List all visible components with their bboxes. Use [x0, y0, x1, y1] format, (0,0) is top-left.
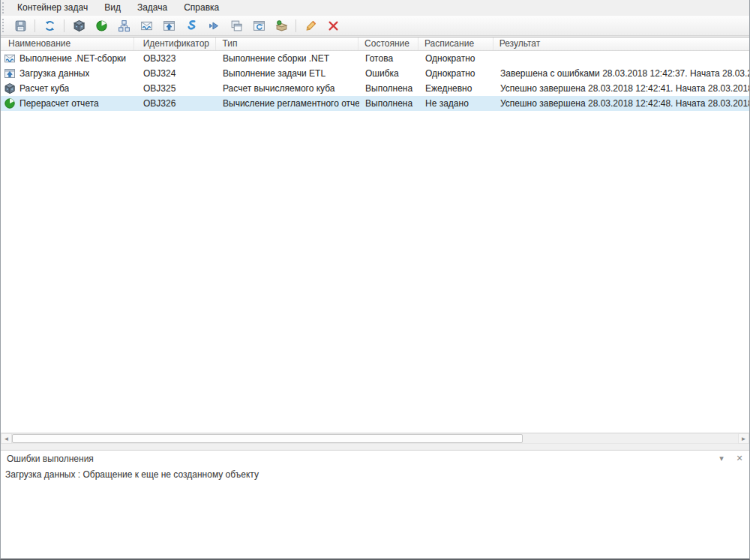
task-result: Успешно завершена 28.03.2018 12:42:41. Н…: [494, 81, 750, 96]
table-row[interactable]: Загрузка данных OBJ324 Выполнение задачи…: [1, 66, 749, 81]
etl-flow-icon: [185, 19, 198, 32]
task-name: Расчет куба: [20, 81, 69, 96]
menu-task[interactable]: Задача: [129, 0, 176, 16]
create-etl-load-task-button[interactable]: [159, 17, 178, 34]
delete-button[interactable]: [323, 17, 343, 34]
task-state: Выполнена: [359, 81, 419, 96]
task-table: Наименование Идентификатор Тип Состояние…: [1, 37, 749, 444]
column-header-schedule[interactable]: Расписание: [418, 37, 494, 50]
panel-close-button[interactable]: ✕: [734, 454, 745, 463]
package-icon: [275, 19, 288, 32]
table-row[interactable]: Выполнение .NET-сборки OBJ323 Выполнение…: [1, 51, 749, 66]
create-report-task-button[interactable]: [92, 17, 111, 34]
window-refresh-icon: [253, 19, 266, 32]
refresh-icon: [44, 19, 56, 32]
save-button[interactable]: [10, 17, 30, 34]
net-assembly-icon: [4, 52, 16, 64]
delete-icon: [327, 19, 340, 32]
horizontal-scrollbar: ◄ ►: [1, 433, 749, 444]
task-type: Расчет вычисляемого куба: [217, 81, 359, 96]
menu-help[interactable]: Справка: [176, 0, 227, 16]
toolbar-grip-handle[interactable]: [2, 19, 6, 32]
edit-button[interactable]: [301, 17, 320, 34]
etl-upload-icon: [4, 67, 16, 79]
panel-title: Ошибки выполнения: [1, 454, 94, 464]
task-state: Ошибка: [359, 66, 419, 81]
execution-errors-panel: Ошибки выполнения ▾ ✕ Загрузка данных : …: [1, 450, 749, 559]
edit-pencil-icon: [304, 19, 317, 32]
table-row[interactable]: Расчет куба OBJ325 Расчет вычисляемого к…: [1, 81, 749, 96]
toolbar-separator: [64, 19, 64, 32]
task-result: Завершена с ошибками 28.03.2018 12:42:37…: [494, 66, 750, 81]
toolbar-separator: [296, 19, 296, 32]
report-sphere-icon: [4, 97, 16, 109]
task-state: Выполнена: [359, 96, 419, 111]
column-header-result[interactable]: Результат: [494, 37, 749, 50]
hierarchy-icon: [118, 19, 130, 32]
report-sphere-icon: [95, 19, 108, 32]
table-row-selected[interactable]: Перерасчет отчета OBJ326 Вычисление регл…: [1, 96, 749, 111]
toolbar: [1, 16, 749, 36]
task-name: Загрузка данных: [20, 66, 89, 81]
task-name: Перерасчет отчета: [20, 96, 99, 111]
net-assembly-icon: [140, 19, 153, 32]
column-header-name[interactable]: Наименование: [1, 37, 134, 50]
task-id: OBJ323: [134, 51, 217, 66]
etl-upload-icon: [163, 19, 176, 32]
cube-icon: [4, 82, 16, 94]
package-button[interactable]: [272, 17, 291, 34]
panel-splitter-handle[interactable]: [1, 444, 749, 450]
task-schedule: Однократно: [419, 51, 494, 66]
task-schedule: Однократно: [419, 66, 494, 81]
task-state: Готова: [359, 51, 419, 66]
task-name: Выполнение .NET-сборки: [20, 51, 126, 66]
task-schedule: Не задано: [419, 96, 494, 111]
task-id: OBJ326: [134, 96, 217, 111]
scroll-right-button[interactable]: ►: [738, 433, 749, 444]
column-header-id[interactable]: Идентификатор: [134, 37, 217, 50]
app-window: Контейнер задач Вид Задача Справка Наиме…: [0, 0, 750, 560]
run-task-button[interactable]: [204, 17, 224, 34]
menu-view[interactable]: Вид: [96, 0, 129, 16]
windows-button[interactable]: [226, 17, 246, 34]
menu-task-container[interactable]: Контейнер задач: [9, 0, 96, 16]
scrollbar-thumb[interactable]: [12, 434, 523, 443]
table-header-row: Наименование Идентификатор Тип Состояние…: [1, 37, 749, 51]
task-id: OBJ325: [134, 81, 217, 96]
scroll-left-button[interactable]: ◄: [1, 433, 12, 444]
column-header-type[interactable]: Тип: [216, 37, 358, 50]
panel-collapse-button[interactable]: ▾: [716, 454, 727, 463]
menubar-grip-handle[interactable]: [2, 2, 6, 13]
scrollbar-track[interactable]: [12, 433, 738, 444]
create-cube-task-button[interactable]: [69, 17, 88, 34]
create-hierarchy-task-button[interactable]: [114, 17, 134, 34]
column-header-state[interactable]: Состояние: [358, 37, 418, 50]
task-type: Выполнение задачи ETL: [217, 66, 359, 81]
task-schedule: Ежедневно: [419, 81, 494, 96]
create-etl-flow-task-button[interactable]: [182, 17, 201, 34]
panel-header: Ошибки выполнения ▾ ✕: [1, 451, 749, 466]
save-icon: [14, 19, 27, 32]
window-refresh-button[interactable]: [249, 17, 268, 34]
task-result: [494, 51, 750, 66]
toolbar-separator: [34, 19, 35, 32]
refresh-button[interactable]: [40, 17, 59, 34]
task-id: OBJ324: [134, 66, 217, 81]
task-type: Вычисление регламентного отчета: [217, 96, 359, 111]
windows-icon: [230, 19, 243, 32]
task-result: Успешно завершена 28.03.2018 12:42:48. Н…: [494, 96, 750, 111]
menu-bar: Контейнер задач Вид Задача Справка: [1, 0, 749, 16]
create-net-assembly-task-button[interactable]: [136, 17, 156, 34]
run-icon: [208, 19, 220, 32]
task-type: Выполнение сборки .NET: [217, 51, 359, 66]
error-message: Загрузка данных : Обращение к еще не соз…: [1, 466, 749, 480]
cube-icon: [73, 19, 86, 32]
